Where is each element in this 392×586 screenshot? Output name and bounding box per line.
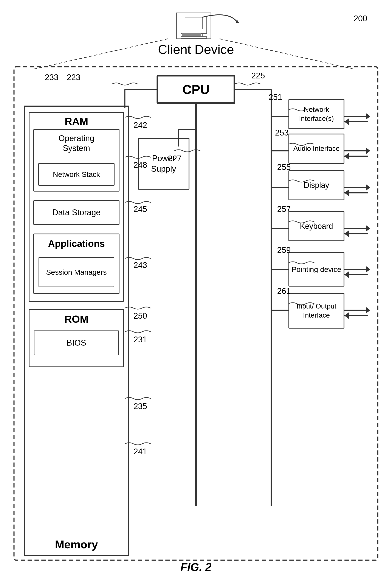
ref-200: 200 — [354, 14, 367, 23]
ram-label: RAM — [64, 116, 88, 127]
session-managers-label: Session Managers — [46, 268, 107, 276]
ref-227: 227 — [168, 154, 182, 163]
svg-marker-43 — [366, 307, 370, 314]
svg-marker-29 — [344, 153, 349, 159]
ref-243: 243 — [134, 261, 147, 270]
ref-255: 255 — [277, 163, 291, 172]
applications-label: Applications — [48, 238, 105, 249]
keyboard-label: Keyboard — [300, 222, 333, 231]
ref-248: 248 — [134, 160, 147, 170]
io-interface-label: Input/ Output Interface — [289, 302, 344, 320]
applications-block: Applications Session Managers — [33, 233, 120, 294]
svg-rect-0 — [176, 13, 211, 39]
display-block: Display — [288, 170, 344, 200]
ram-block: RAM Operating System Network Stack Data … — [29, 112, 124, 302]
ref-241: 241 — [134, 447, 147, 456]
svg-rect-3 — [181, 37, 207, 38]
network-interface-label: Network Interface(s) — [289, 105, 344, 123]
figure-label: FIG. 2 — [180, 560, 212, 573]
svg-marker-45 — [344, 312, 349, 319]
os-label: Operating System — [55, 134, 98, 153]
svg-line-9 — [220, 39, 353, 69]
session-managers-block: Session Managers — [38, 257, 114, 287]
client-device-label: Client Device — [158, 42, 234, 57]
audio-interface-block: Audio Interface — [288, 134, 344, 164]
ref-261: 261 — [277, 286, 291, 296]
data-storage-label: Data Storage — [52, 208, 100, 217]
svg-marker-41 — [344, 271, 349, 278]
keyboard-block: Keyboard — [288, 211, 344, 241]
rom-label: ROM — [64, 313, 88, 325]
svg-marker-39 — [366, 266, 370, 272]
memory-label: Memory — [55, 538, 98, 551]
svg-marker-27 — [366, 148, 370, 154]
svg-rect-1 — [181, 16, 207, 33]
svg-marker-23 — [366, 113, 370, 120]
ref-231: 231 — [134, 335, 147, 344]
bios-block: BIOS — [34, 331, 119, 355]
rom-block: ROM BIOS — [29, 309, 124, 367]
network-stack-block: Network Stack — [38, 163, 114, 186]
ref-259: 259 — [277, 246, 291, 255]
svg-line-8 — [34, 39, 168, 69]
network-interface-block: Network Interface(s) — [288, 99, 344, 129]
cpu-block: CPU — [157, 75, 235, 103]
svg-marker-6 — [236, 19, 239, 23]
bios-label: BIOS — [67, 338, 86, 348]
network-stack-label: Network Stack — [53, 170, 100, 179]
ref-242: 242 — [134, 121, 147, 130]
pointing-device-block: Pointing device — [288, 252, 344, 286]
audio-interface-label: Audio Interface — [293, 144, 340, 153]
ref-245: 245 — [134, 205, 147, 214]
ref-233: 233 — [45, 73, 58, 82]
data-storage-block: Data Storage — [33, 200, 120, 225]
ref-223: 223 — [67, 73, 80, 82]
svg-marker-25 — [344, 119, 349, 125]
ref-225: 225 — [252, 71, 265, 80]
svg-marker-35 — [366, 225, 370, 232]
display-label: Display — [304, 181, 329, 190]
ref-253: 253 — [275, 128, 289, 137]
memory-block: Memory RAM Operating System Network Stac… — [24, 106, 129, 556]
svg-rect-4 — [185, 17, 202, 29]
ref-257: 257 — [277, 205, 291, 214]
ref-251: 251 — [269, 93, 282, 102]
svg-marker-33 — [344, 190, 349, 196]
cpu-label: CPU — [182, 82, 210, 97]
ref-250: 250 — [134, 311, 147, 321]
svg-rect-2 — [185, 33, 202, 37]
pointing-device-label: Pointing device — [292, 264, 342, 274]
svg-marker-37 — [344, 230, 349, 237]
io-interface-block: Input/ Output Interface — [288, 293, 344, 329]
svg-rect-5 — [182, 33, 201, 36]
ref-235: 235 — [134, 402, 147, 411]
diagram: 200 Client Device CPU Memory RAM Operati… — [0, 0, 392, 586]
svg-marker-31 — [366, 184, 370, 191]
os-block: Operating System Network Stack — [33, 129, 120, 191]
